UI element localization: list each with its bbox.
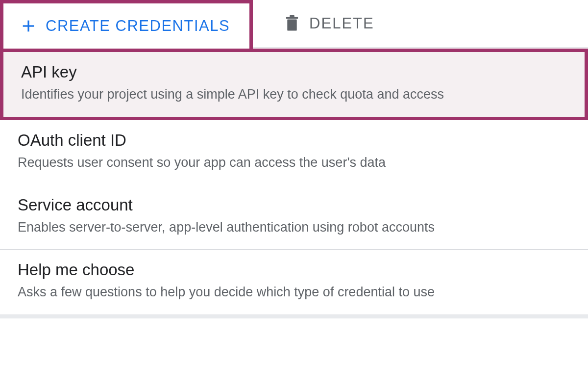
menu-item-description: Asks a few questions to help you decide … <box>18 283 570 302</box>
svg-rect-4 <box>290 15 294 17</box>
create-credentials-button[interactable]: CREATE CREDENTIALS <box>0 0 253 49</box>
trash-icon <box>285 15 299 32</box>
menu-item-api-key[interactable]: API key Identifies your project using a … <box>0 49 588 120</box>
menu-item-service-account[interactable]: Service account Enables server-to-server… <box>0 185 588 250</box>
bottom-bar <box>0 315 588 318</box>
credentials-dropdown-menu: API key Identifies your project using a … <box>0 49 588 315</box>
svg-rect-2 <box>287 20 296 31</box>
menu-item-title: API key <box>21 63 567 81</box>
menu-item-description: Identifies your project using a simple A… <box>21 85 567 104</box>
svg-rect-3 <box>286 17 298 19</box>
create-credentials-label: CREATE CREDENTIALS <box>46 17 230 35</box>
toolbar: CREATE CREDENTIALS DELETE <box>0 0 588 49</box>
menu-item-description: Enables server-to-server, app-level auth… <box>18 218 570 237</box>
menu-item-title: Service account <box>18 196 570 214</box>
menu-item-title: Help me choose <box>18 261 570 279</box>
delete-label: DELETE <box>309 15 374 32</box>
menu-item-oauth-client-id[interactable]: OAuth client ID Requests user consent so… <box>0 120 588 185</box>
menu-item-help-me-choose[interactable]: Help me choose Asks a few questions to h… <box>0 250 588 315</box>
delete-button[interactable]: DELETE <box>253 0 588 48</box>
plus-icon <box>20 18 37 34</box>
menu-item-title: OAuth client ID <box>18 131 570 150</box>
menu-item-description: Requests user consent so your app can ac… <box>18 154 570 172</box>
